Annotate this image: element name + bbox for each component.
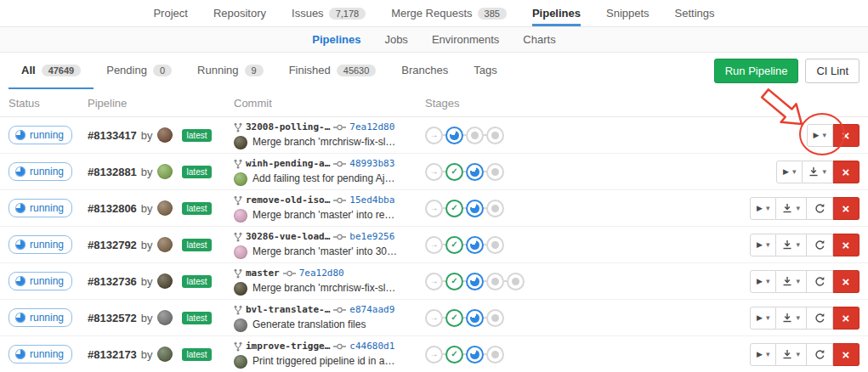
top-nav-item-merge-requests[interactable]: Merge Requests385	[391, 0, 507, 26]
stage-icon-created[interactable]	[466, 127, 484, 144]
cancel-button[interactable]: ×	[833, 197, 859, 220]
ci-lint-button[interactable]: CI Lint	[805, 59, 859, 83]
cancel-button[interactable]: ×	[833, 161, 859, 183]
commit-sha-link[interactable]: 15ed4bba	[349, 194, 394, 206]
commit-author-avatar[interactable]	[234, 209, 247, 223]
commit-author-avatar[interactable]	[234, 245, 247, 259]
commit-message-link[interactable]: Merge branch 'mrchrisw-fix-sl…	[252, 135, 395, 149]
pipeline-id-link[interactable]: #8132572	[88, 312, 137, 324]
top-nav-item-settings[interactable]: Settings	[675, 0, 715, 26]
status-badge-running[interactable]: running	[9, 126, 72, 144]
tab-pending[interactable]: Pending0	[94, 53, 184, 89]
branch-link[interactable]: master	[246, 267, 280, 279]
stage-icon-created[interactable]	[486, 236, 504, 254]
stage-icon-success[interactable]: ✓	[445, 309, 463, 327]
stage-icon-running[interactable]	[466, 236, 484, 254]
commit-sha-link[interactable]: 7ea12d80	[299, 267, 344, 279]
stage-icon-running[interactable]	[445, 127, 463, 144]
retry-button[interactable]	[807, 234, 833, 256]
pipeline-id-link[interactable]: #8132173	[88, 348, 137, 361]
commit-message-link[interactable]: Merge branch 'master' into 30…	[252, 245, 397, 259]
stage-icon-skipped[interactable]: →	[425, 236, 443, 254]
play-dropdown-button[interactable]: ▶▾	[750, 270, 776, 293]
commit-message-link[interactable]: Print triggered pipeline id in a…	[252, 354, 394, 369]
user-avatar[interactable]	[157, 273, 173, 289]
sub-nav-item-jobs[interactable]: Jobs	[384, 33, 407, 46]
stage-icon-running[interactable]	[466, 309, 484, 327]
user-avatar[interactable]	[157, 310, 173, 325]
commit-message-link[interactable]: Merge branch 'mrchrisw-fix-sl…	[252, 281, 395, 296]
artifacts-dropdown-button[interactable]: ▾	[776, 307, 807, 330]
stage-icon-skipped[interactable]: →	[425, 309, 443, 327]
user-avatar[interactable]	[157, 164, 173, 179]
commit-author-avatar[interactable]	[234, 318, 247, 332]
stage-icon-created[interactable]	[486, 346, 504, 364]
stage-icon-skipped[interactable]: →	[425, 127, 443, 144]
top-nav-item-repository[interactable]: Repository	[213, 0, 266, 26]
sub-nav-item-environments[interactable]: Environments	[432, 33, 499, 46]
stage-icon-success[interactable]: ✓	[445, 273, 463, 290]
status-badge-running[interactable]: running	[9, 162, 72, 181]
cancel-button[interactable]: ×	[833, 234, 859, 256]
artifacts-dropdown-button[interactable]: ▾	[803, 161, 833, 183]
stage-icon-success[interactable]: ✓	[445, 200, 463, 217]
sub-nav-item-charts[interactable]: Charts	[523, 33, 555, 46]
artifacts-dropdown-button[interactable]: ▾	[776, 343, 807, 366]
stage-icon-skipped[interactable]: →	[425, 200, 443, 217]
stage-icon-success[interactable]: ✓	[445, 236, 463, 254]
stage-icon-running[interactable]	[466, 163, 484, 181]
branch-link[interactable]: improve-trigge…	[246, 340, 330, 352]
artifacts-dropdown-button[interactable]: ▾	[776, 270, 807, 293]
status-badge-running[interactable]: running	[9, 235, 72, 254]
status-badge-running[interactable]: running	[9, 345, 72, 364]
play-dropdown-button[interactable]: ▶▾	[750, 197, 776, 220]
retry-button[interactable]	[807, 270, 833, 293]
tab-all[interactable]: All47649	[9, 53, 94, 89]
retry-button[interactable]	[807, 197, 833, 220]
run-pipeline-button[interactable]: Run Pipeline	[714, 59, 799, 83]
cancel-button[interactable]: ×	[833, 124, 859, 147]
stage-icon-created[interactable]	[486, 127, 504, 144]
commit-author-avatar[interactable]	[234, 355, 247, 369]
play-dropdown-button[interactable]: ▶▾	[776, 161, 803, 183]
user-avatar[interactable]	[157, 127, 173, 143]
play-dropdown-button[interactable]: ▶▾	[750, 307, 776, 330]
user-avatar[interactable]	[157, 200, 173, 216]
commit-message-link[interactable]: Add failing test for pending Aj…	[252, 172, 394, 186]
retry-button[interactable]	[807, 307, 833, 330]
stage-icon-running[interactable]	[466, 200, 484, 217]
sub-nav-item-pipelines[interactable]: Pipelines	[312, 33, 360, 46]
pipeline-id-link[interactable]: #8132806	[88, 202, 137, 215]
stage-icon-running[interactable]	[466, 273, 484, 290]
tab-running[interactable]: Running9	[184, 53, 276, 89]
pipeline-id-link[interactable]: #8132736	[88, 275, 137, 288]
tab-finished[interactable]: Finished45630	[276, 53, 389, 89]
branch-link[interactable]: winh-pending-a…	[246, 157, 330, 170]
tab-tags[interactable]: Tags	[461, 53, 509, 89]
commit-author-avatar[interactable]	[234, 136, 247, 149]
play-dropdown-button[interactable]: ▶▾	[750, 234, 776, 256]
status-badge-running[interactable]: running	[9, 308, 72, 327]
retry-button[interactable]	[807, 343, 833, 366]
artifacts-dropdown-button[interactable]: ▾	[776, 197, 807, 220]
pipeline-id-link[interactable]: #8132881	[88, 166, 137, 178]
stage-icon-created[interactable]	[507, 273, 525, 290]
stage-icon-success[interactable]: ✓	[445, 163, 463, 181]
branch-link[interactable]: remove-old-iso…	[246, 194, 330, 206]
branch-link[interactable]: 32008-polling-…	[246, 121, 330, 133]
user-avatar[interactable]	[157, 237, 173, 252]
stage-icon-created[interactable]	[486, 163, 504, 181]
stage-icon-skipped[interactable]: →	[425, 163, 443, 181]
status-badge-running[interactable]: running	[9, 272, 72, 290]
artifacts-dropdown-button[interactable]: ▾	[776, 234, 807, 256]
stage-icon-success[interactable]: ✓	[445, 346, 463, 364]
commit-sha-link[interactable]: c44680d1	[349, 340, 394, 352]
cancel-button[interactable]: ×	[833, 307, 859, 330]
top-nav-item-snippets[interactable]: Snippets	[606, 0, 650, 26]
pipeline-id-link[interactable]: #8132792	[88, 239, 137, 251]
top-nav-item-project[interactable]: Project	[153, 0, 187, 26]
top-nav-item-issues[interactable]: Issues7,178	[292, 0, 366, 26]
commit-sha-link[interactable]: 7ea12d80	[349, 121, 394, 133]
top-nav-item-pipelines[interactable]: Pipelines	[532, 0, 581, 26]
branch-link[interactable]: bvl-translate-…	[246, 303, 330, 316]
